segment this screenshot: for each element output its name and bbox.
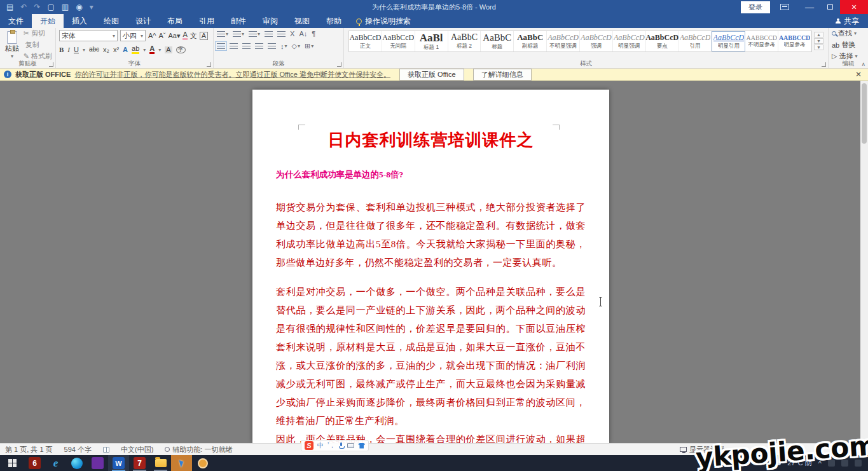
decrease-indent-button[interactable] — [265, 31, 273, 37]
enclose-characters-button[interactable]: 字 — [176, 46, 186, 53]
tab-view[interactable]: 视图 — [286, 14, 318, 28]
underline-button[interactable]: U — [74, 46, 79, 53]
share-button[interactable]: 共享 — [827, 14, 868, 28]
distribute-button[interactable] — [268, 43, 276, 49]
scrollbar-thumb[interactable] — [862, 83, 867, 144]
learn-more-button[interactable]: 了解详细信息 — [473, 69, 532, 81]
font-size-combobox[interactable]: 小四▾ — [120, 30, 146, 41]
print-preview-icon[interactable]: ◉ — [76, 3, 82, 11]
highlight-dropdown-icon[interactable]: ▾ — [143, 47, 146, 53]
taskbar-gamepad-app[interactable] — [87, 455, 108, 471]
increase-indent-button[interactable] — [277, 31, 286, 37]
language-status[interactable]: 中文(中国) — [121, 445, 153, 454]
font-color-button[interactable]: A — [149, 45, 155, 54]
change-case-button[interactable]: Aa▾ — [169, 32, 181, 39]
style-title[interactable]: AaBbC标题 — [481, 31, 514, 51]
styles-dialog-launcher[interactable] — [822, 62, 826, 67]
vertical-scrollbar[interactable] — [860, 81, 868, 443]
accessibility-status[interactable]: 辅助功能: 一切就绪 — [165, 445, 232, 454]
style-intense-quote[interactable]: AaBbCcD明显引用 — [712, 31, 745, 51]
find-button[interactable]: 查找▾ — [832, 29, 865, 38]
tab-help[interactable]: 帮助 — [318, 14, 350, 28]
style-strong[interactable]: AaBbCcD要点 — [646, 31, 679, 51]
character-shading-button[interactable]: A — [165, 46, 172, 53]
replace-button[interactable]: ab替换 — [832, 40, 865, 50]
tab-file[interactable]: 文件 — [0, 14, 32, 28]
style-emphasis[interactable]: AaBbCcD强调 — [580, 31, 613, 51]
close-button[interactable]: × — [840, 0, 868, 14]
line-spacing-button[interactable]: ↕▾ — [280, 43, 287, 50]
print-icon[interactable]: ▥ — [62, 3, 69, 11]
taskbar-screen-recorder[interactable] — [171, 455, 192, 471]
subscript-button[interactable]: x₂ — [103, 46, 109, 53]
clear-formatting-button[interactable]: A — [183, 31, 187, 40]
page-number-status[interactable]: 第 1 页, 共 1 页 — [5, 445, 53, 454]
tray-icon[interactable] — [841, 460, 848, 467]
taskbar-camera-app[interactable] — [192, 455, 213, 471]
start-button[interactable] — [0, 455, 24, 471]
borders-button[interactable]: ⊞▾ — [305, 42, 313, 50]
grow-font-button[interactable]: A^ — [148, 32, 156, 39]
align-center-button[interactable] — [230, 43, 238, 49]
styles-scroll-up-icon[interactable]: ▲ — [814, 32, 823, 38]
phonetic-guide-button[interactable]: 文 — [190, 32, 197, 39]
tab-insert[interactable]: 插入 — [64, 14, 95, 28]
font-dialog-launcher[interactable] — [207, 62, 211, 67]
notification-message[interactable]: 你的许可证并非正版，你可能是盗版软件的受害者。立即通过正版 Office 避免中… — [74, 70, 390, 79]
weather-temperature[interactable]: 27°C 阴 — [787, 458, 812, 468]
skin-shop-icon[interactable] — [358, 443, 365, 449]
font-name-combobox[interactable]: 宋体▾ — [59, 30, 118, 41]
keyboard-icon[interactable] — [347, 443, 354, 448]
restore-button[interactable] — [820, 0, 840, 14]
customize-qat-icon[interactable]: ▾ — [90, 3, 93, 11]
undo-icon[interactable]: ↶ — [20, 3, 27, 11]
style-no-spacing[interactable]: AaBbCcD无间隔 — [382, 31, 415, 51]
tray-icon[interactable] — [828, 460, 835, 467]
sogou-logo-icon[interactable]: S — [305, 441, 313, 450]
align-left-button[interactable] — [217, 43, 225, 49]
taskbar-app-red6[interactable]: 6 — [24, 455, 45, 471]
ime-punctuation-icon[interactable]: ’， — [327, 442, 335, 449]
sort-button[interactable]: A↓ — [299, 30, 307, 38]
get-genuine-office-button[interactable]: 获取正版 Office — [399, 69, 464, 81]
paste-dropdown-icon[interactable]: ▾ — [11, 53, 13, 59]
asian-layout-button[interactable]: X — [290, 30, 294, 38]
login-button[interactable]: 登录 — [741, 1, 770, 13]
taskbar-file-explorer[interactable] — [150, 455, 171, 471]
tab-design[interactable]: 设计 — [127, 14, 159, 28]
bullets-button[interactable]: ▾ — [217, 31, 228, 37]
tab-layout[interactable]: 布局 — [159, 14, 191, 28]
taskbar-internet-explorer[interactable]: e — [45, 455, 66, 471]
font-color-dropdown-icon[interactable]: ▾ — [158, 47, 161, 53]
clipboard-dialog-launcher[interactable] — [49, 62, 53, 67]
strikethrough-button[interactable]: abc — [89, 46, 99, 53]
superscript-button[interactable]: x² — [113, 46, 119, 53]
tab-references[interactable]: 引用 — [191, 14, 223, 28]
taskbar-word[interactable]: W — [108, 455, 129, 471]
style-intense-emphasis[interactable]: AaBbCcD明显强调 — [613, 31, 646, 51]
style-subtle-emphasis[interactable]: AaBbCcD不明显强调 — [547, 31, 580, 51]
show-marks-button[interactable]: ¶ — [312, 30, 315, 38]
tab-draw[interactable]: 绘图 — [95, 14, 127, 28]
character-border-button[interactable]: A — [200, 32, 208, 40]
paragraph-dialog-launcher[interactable] — [337, 62, 341, 67]
tray-icon[interactable] — [855, 460, 862, 467]
style-intense-reference[interactable]: AABBCCD明显参考 — [778, 31, 811, 51]
ime-mode-icon[interactable]: 中 — [317, 442, 324, 449]
tab-mailings[interactable]: 邮件 — [223, 14, 254, 28]
style-subtitle[interactable]: AaBbC副标题 — [514, 31, 547, 51]
justify-button[interactable] — [255, 43, 263, 49]
proofing-status[interactable] — [103, 447, 109, 453]
tell-me-search[interactable]: 操作说明搜索 — [350, 14, 417, 28]
notification-close-icon[interactable]: ✕ — [849, 70, 868, 79]
ribbon-display-options-icon[interactable] — [780, 4, 789, 10]
copy-button[interactable]: 复制 — [24, 40, 52, 50]
align-right-button[interactable] — [242, 43, 251, 49]
numbering-button[interactable]: ▾ — [233, 31, 244, 37]
italic-button[interactable]: I — [67, 46, 70, 53]
tab-review[interactable]: 审阅 — [254, 14, 286, 28]
taskbar-app-red7[interactable]: 7 — [129, 455, 150, 471]
document-page[interactable]: 日内套利训练营培训课件之 为什么套利成功率是单边的5-8倍? 期货交易分为套保、… — [252, 90, 609, 443]
style-heading1[interactable]: AaBl标题 1 — [415, 31, 448, 51]
text-highlight-button[interactable]: ab — [132, 45, 139, 54]
